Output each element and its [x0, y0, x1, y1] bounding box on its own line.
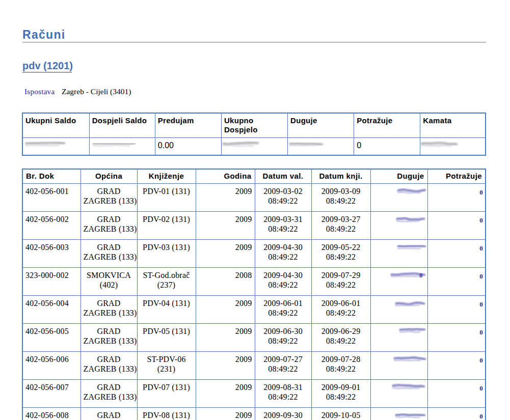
svg-text:0: 0 [419, 271, 423, 279]
